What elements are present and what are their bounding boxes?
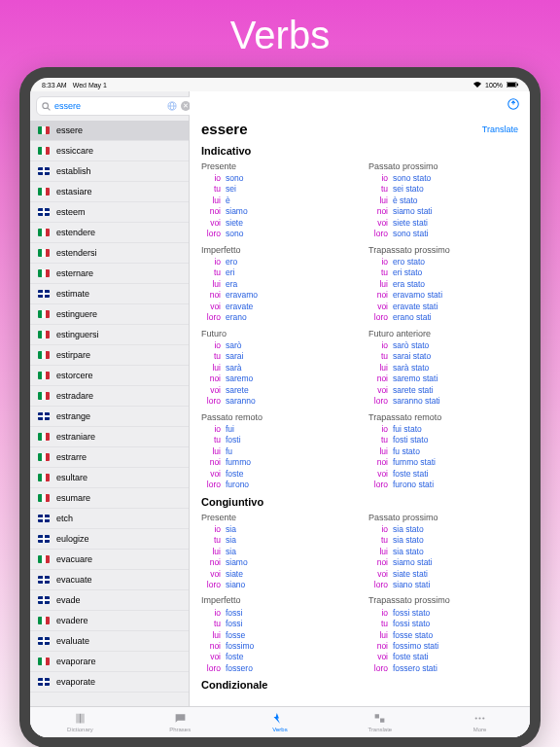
list-item[interactable]: evaporate [30,672,189,693]
list-item[interactable]: evade [30,590,189,611]
search-field[interactable] [54,101,163,111]
conjugation-row: iosono [201,173,351,184]
conjugation-row: ioero [201,257,351,267]
conjugation-row: luisarà stato [368,363,518,374]
tense-name: Trapassato prossimo [368,594,518,606]
conjugation-row: luifu [201,446,351,457]
list-item[interactable]: esultare [30,468,189,488]
tab-translate[interactable]: Translate [330,707,430,737]
translate-button[interactable]: Translate [482,124,518,134]
conjugation-row: voisiate stati [368,569,518,580]
pronoun: loro [201,580,221,590]
pronoun: lui [368,446,388,457]
pronoun: io [201,608,221,619]
pronoun: voi [201,469,221,480]
list-item[interactable]: evadere [30,611,189,631]
list-item[interactable]: evacuate [30,570,189,590]
pronoun: voi [368,569,388,580]
conjugation-row: ioero stato [368,257,518,267]
list-item[interactable]: esternare [30,264,189,284]
italy-flag-icon [38,249,50,257]
list-item[interactable]: eulogize [30,529,189,550]
verb-form: erano stati [393,312,432,323]
italy-flag-icon [38,453,50,461]
verb-form: saremo [226,374,253,384]
pronoun: io [201,257,221,267]
pronoun: lui [368,196,388,206]
tab-verbs[interactable]: Verbs [230,707,331,737]
tab-label: Dictionary [67,727,93,732]
verb-list[interactable]: essereessiccareestablishestasiareesteeme… [30,121,189,737]
list-item[interactable]: estrarre [30,447,189,468]
verb-form: siate [226,569,243,580]
list-item[interactable]: estraniare [30,427,189,447]
verb-form: foste stati [393,469,428,480]
pronoun: io [368,257,388,267]
tab-phrases[interactable]: Phrases [130,707,230,737]
list-item[interactable]: esteem [30,202,189,223]
list-item[interactable]: etch [30,509,189,529]
tense-name: Passato prossimo [368,160,518,172]
pronoun: voi [201,218,221,229]
verb-form: sei stato [393,184,424,195]
mood-heading: Congiuntivo [201,495,518,510]
verb-form: siate stati [393,569,428,580]
share-icon[interactable] [507,97,520,115]
search-input[interactable]: ✕ [36,96,196,116]
list-item[interactable]: estinguersi [30,325,189,345]
conjugation-row: tueri stato [368,267,518,278]
uk-flag-icon [38,678,50,686]
list-item[interactable]: estendersi [30,243,189,264]
list-item[interactable]: essere [30,121,189,141]
list-item-label: esultare [56,473,88,482]
verb-form: fosti stato [393,435,428,445]
list-item[interactable]: esumare [30,488,189,509]
pronoun: io [201,524,221,535]
conjugation-row: luiera stato [368,279,518,290]
conjugation-content[interactable]: IndicativoPresenteiosonotuseiluiènoisiam… [190,141,530,737]
verb-form: fosse stato [393,630,433,641]
italy-flag-icon [38,658,50,665]
list-item[interactable]: estimate [30,284,189,304]
verb-form: sarà [226,363,242,374]
list-item-label: estinguere [56,309,97,319]
list-item[interactable]: evaluate [30,631,189,652]
verb-title: essere [201,121,248,137]
list-item-label: evadere [56,616,88,625]
verb-form: era stato [393,279,425,290]
conjugation-row: lorofossero [201,663,351,674]
tab-more[interactable]: More [430,707,530,737]
list-item[interactable]: estorcere [30,366,189,386]
list-item[interactable]: estasiare [30,182,189,202]
list-item[interactable]: establish [30,161,189,182]
verb-form: fu stato [393,446,420,457]
list-item[interactable]: evacuare [30,550,189,570]
list-item[interactable]: estendere [30,223,189,243]
uk-flag-icon [38,515,50,522]
search-icon [42,97,51,115]
verb-form: siete [226,218,243,229]
list-item[interactable]: estirpare [30,345,189,366]
list-item-label: estendere [56,228,95,237]
list-item[interactable]: estradare [30,386,189,407]
svg-point-9 [475,717,477,719]
italy-flag-icon [38,372,50,379]
list-item[interactable]: evaporare [30,652,189,672]
list-item-label: etch [56,514,73,523]
list-item[interactable]: estrange [30,407,189,427]
pronoun: noi [201,557,221,568]
pronoun: noi [368,206,388,217]
conjugation-row: iosia stato [368,524,518,535]
list-item[interactable]: essiccare [30,141,189,161]
list-item-label: esteem [56,207,86,217]
main-panel: essere Translate IndicativoPresenteioson… [190,91,530,737]
conjugation-row: tusia [201,535,351,546]
tense-name: Presente [201,512,351,523]
conjugation-row: lorofurono [201,480,351,490]
list-item[interactable]: estinguere [30,304,189,325]
conjugation-row: voifoste stati [368,469,518,480]
pronoun: loro [201,480,221,490]
pronoun: lui [368,279,388,290]
globe-icon[interactable] [167,97,177,115]
tab-dictionary[interactable]: Dictionary [30,707,130,737]
